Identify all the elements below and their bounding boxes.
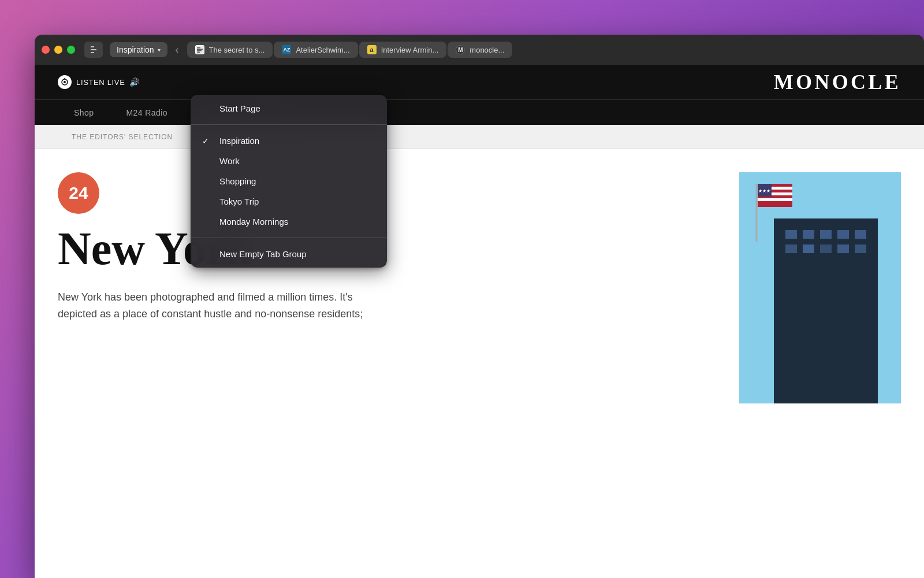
dropdown-section-3: New Empty Tab Group [191, 240, 387, 268]
listen-live: LISTEN LIVE 🔊 [58, 75, 140, 89]
sidebar-icon [91, 46, 96, 53]
new-empty-tab-group-label: New Empty Tab Group [219, 249, 375, 259]
tab-group-label: Inspiration [117, 45, 154, 54]
svg-rect-1 [197, 47, 200, 49]
dropdown-item-work[interactable]: Work [191, 151, 387, 171]
tab-4[interactable]: M monocle... [448, 42, 512, 58]
start-page-label: Start Page [219, 103, 375, 113]
subnav-editors-selection[interactable]: THE EDITORS' SELECTION [58, 125, 187, 149]
svg-rect-19 [855, 244, 866, 253]
monocle-logo: MONOCLE [774, 70, 901, 94]
tab-label-1: The secret to s... [209, 46, 265, 54]
monocle-nav: Shop M24 Radio Film Magazine Tr [35, 99, 924, 125]
minimize-button[interactable] [54, 46, 62, 54]
tab-favicon-4: M [456, 45, 465, 54]
svg-rect-11 [803, 230, 814, 239]
monocle-subnav: THE EDITORS' SELECTION HOTELS FOOD AND D… [35, 125, 924, 149]
browser-window: Inspiration ▾ ‹ The secret to s... A [35, 35, 924, 578]
svg-rect-15 [785, 244, 797, 253]
svg-rect-3 [197, 50, 202, 51]
dropdown-section-1: Start Page [191, 95, 387, 122]
dropdown-item-shopping[interactable]: Shopping [191, 171, 387, 191]
dropdown-item-start-page[interactable]: Start Page [191, 98, 387, 118]
close-button[interactable] [42, 46, 50, 54]
tab-1[interactable]: The secret to s... [187, 42, 273, 58]
dropdown-divider-2 [191, 238, 387, 238]
svg-rect-18 [837, 244, 849, 253]
svg-rect-16 [803, 244, 814, 253]
tab-favicon-1 [195, 45, 204, 54]
svg-rect-4 [197, 52, 200, 53]
svg-rect-10 [785, 230, 797, 239]
city-image: ★★★ [739, 172, 901, 403]
svg-rect-17 [820, 244, 832, 253]
dropdown-divider-1 [191, 124, 387, 125]
svg-rect-13 [837, 230, 849, 239]
content-body: 24 New York New York has been photograph… [35, 149, 924, 403]
speaker-icon: 🔊 [129, 77, 140, 87]
titlebar: Inspiration ▾ ‹ The secret to s... A [35, 35, 924, 65]
svg-point-6 [64, 81, 66, 83]
tab-group-dropdown-button[interactable]: Inspiration ▾ [110, 42, 167, 57]
maximize-button[interactable] [67, 46, 75, 54]
svg-text:★★★: ★★★ [758, 188, 770, 194]
city-description: New York has been photographed and filme… [58, 289, 381, 323]
nav-m24radio[interactable]: M24 Radio [110, 100, 183, 125]
content-area: LISTEN LIVE 🔊 MONOCLE Shop M24 Radio Fil… [35, 65, 924, 578]
city-title: New York [58, 225, 716, 272]
work-label: Work [219, 156, 375, 166]
tokyo-trip-label: Tokyo Trip [219, 197, 375, 206]
inspiration-label: Inspiration [219, 136, 375, 146]
tab-favicon-3: a [367, 45, 377, 54]
chevron-down-icon: ▾ [158, 47, 161, 53]
back-button[interactable]: ‹ [172, 42, 182, 58]
check-inspiration: ✓ [202, 136, 213, 146]
svg-rect-12 [820, 230, 832, 239]
tab-3[interactable]: a Interview Armin... [359, 42, 447, 58]
tab-favicon-2: AZ [282, 45, 291, 54]
svg-rect-24 [758, 198, 792, 201]
svg-rect-2 [197, 49, 203, 50]
dropdown-item-monday-mornings[interactable]: Monday Mornings [191, 212, 387, 232]
monocle-header: LISTEN LIVE 🔊 MONOCLE [35, 65, 924, 99]
radio-icon [58, 75, 72, 89]
tab-label-2: AtelierSchwim... [296, 46, 349, 54]
shopping-label: Shopping [219, 176, 375, 186]
tab-2[interactable]: AZ AtelierSchwim... [274, 42, 357, 58]
dropdown-item-new-empty-tab-group[interactable]: New Empty Tab Group [191, 244, 387, 264]
dropdown-item-inspiration[interactable]: ✓ Inspiration [191, 131, 387, 151]
content-text: 24 New York New York has been photograph… [58, 172, 716, 403]
sidebar-toggle-button[interactable] [84, 42, 103, 58]
website: LISTEN LIVE 🔊 MONOCLE Shop M24 Radio Fil… [35, 65, 924, 578]
tab-label-3: Interview Armin... [381, 46, 439, 54]
monday-mornings-label: Monday Mornings [219, 217, 375, 227]
dropdown-menu: Start Page ✓ Inspiration Work Shopping [191, 95, 387, 268]
dropdown-item-tokyo-trip[interactable]: Tokyo Trip [191, 191, 387, 212]
listen-live-text: LISTEN LIVE [76, 78, 125, 87]
city-badge: 24 [58, 172, 99, 214]
tabs-container: The secret to s... AZ AtelierSchwim... a… [187, 42, 917, 58]
dropdown-section-2: ✓ Inspiration Work Shopping Tokyo Trip [191, 127, 387, 235]
tab-label-4: monocle... [470, 46, 504, 54]
svg-rect-14 [855, 230, 866, 239]
nav-shop[interactable]: Shop [58, 100, 110, 125]
traffic-lights [42, 46, 75, 54]
